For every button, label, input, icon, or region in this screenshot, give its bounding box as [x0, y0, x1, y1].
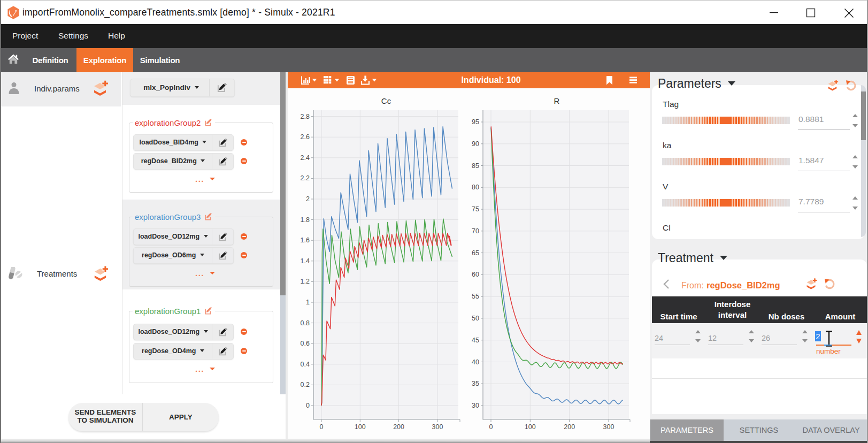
svg-text:65: 65	[472, 249, 479, 257]
svg-text:1.8: 1.8	[301, 216, 310, 224]
svg-text:0: 0	[489, 423, 493, 431]
svg-text:40: 40	[472, 358, 479, 366]
svg-text:300: 300	[603, 423, 614, 431]
svg-text:0.4: 0.4	[301, 361, 310, 368]
svg-text:100: 100	[355, 423, 366, 431]
svg-text:1.4: 1.4	[301, 257, 310, 265]
svg-text:75: 75	[472, 205, 479, 213]
svg-text:Cc: Cc	[381, 96, 391, 105]
svg-text:R: R	[554, 96, 560, 105]
svg-text:0: 0	[320, 423, 324, 431]
svg-text:2.4: 2.4	[301, 154, 310, 162]
svg-text:0.2: 0.2	[301, 381, 310, 388]
svg-text:85: 85	[472, 162, 479, 170]
svg-text:50: 50	[472, 315, 479, 322]
svg-text:2.6: 2.6	[301, 133, 310, 141]
svg-text:30: 30	[472, 402, 479, 409]
svg-text:300: 300	[432, 423, 443, 431]
svg-text:35: 35	[472, 380, 479, 387]
svg-text:95: 95	[472, 118, 479, 126]
svg-text:0.8: 0.8	[301, 319, 310, 327]
svg-text:0: 0	[306, 402, 310, 409]
svg-text:60: 60	[472, 271, 479, 278]
svg-text:2.8: 2.8	[301, 113, 310, 120]
svg-text:90: 90	[472, 140, 479, 148]
svg-text:80: 80	[472, 184, 479, 191]
svg-text:2: 2	[306, 195, 310, 203]
svg-text:2.2: 2.2	[301, 174, 310, 182]
svg-text:1.2: 1.2	[301, 278, 310, 285]
svg-text:0.6: 0.6	[301, 340, 310, 347]
svg-text:70: 70	[472, 227, 479, 235]
svg-text:1.6: 1.6	[301, 236, 310, 244]
svg-text:45: 45	[472, 337, 479, 344]
svg-text:200: 200	[393, 423, 404, 431]
svg-text:200: 200	[564, 423, 575, 431]
svg-text:100: 100	[525, 423, 536, 431]
svg-text:1: 1	[306, 299, 310, 306]
svg-text:55: 55	[472, 293, 479, 300]
